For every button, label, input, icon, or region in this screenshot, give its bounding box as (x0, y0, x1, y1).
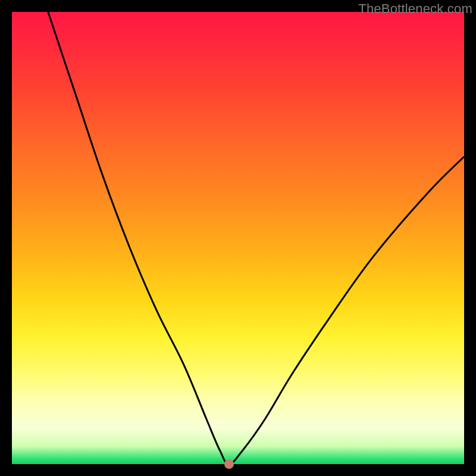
bottleneck-curve (48, 12, 464, 464)
curve-svg (12, 12, 464, 464)
watermark-text: TheBottleneck.com (358, 1, 472, 17)
plot-area (12, 12, 464, 464)
optimum-marker (224, 459, 234, 469)
chart-stage: TheBottleneck.com (0, 0, 476, 476)
